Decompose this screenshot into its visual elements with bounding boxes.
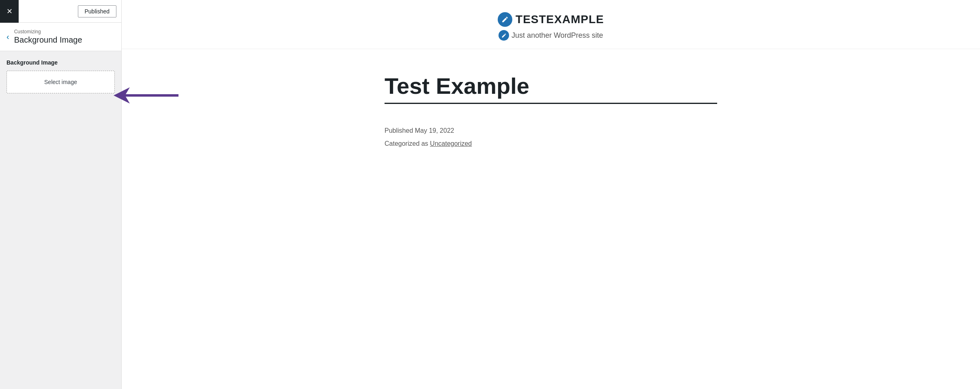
published-button[interactable]: Published xyxy=(78,5,117,17)
post-category-link[interactable]: Uncategorized xyxy=(430,140,472,147)
site-tagline-row: Just another WordPress site xyxy=(499,30,603,41)
categorized-as-label: Categorized as xyxy=(385,140,428,147)
site-tagline: Just another WordPress site xyxy=(511,31,603,40)
arrow-annotation xyxy=(114,85,178,107)
section-header: ‹ Customizing Background Image xyxy=(0,23,121,51)
site-tagline-icon[interactable] xyxy=(499,30,509,41)
main-preview: TESTEXAMPLE Just another WordPress site … xyxy=(122,0,980,389)
preview-site-header: TESTEXAMPLE Just another WordPress site xyxy=(122,0,980,49)
site-name: TESTEXAMPLE xyxy=(516,13,604,26)
site-title-icon[interactable] xyxy=(498,12,512,27)
post-published-date: Published May 19, 2022 xyxy=(385,124,717,137)
select-image-label: Select image xyxy=(44,79,77,85)
section-title-block: Customizing Background Image xyxy=(14,29,82,45)
site-title-row: TESTEXAMPLE xyxy=(498,12,604,27)
section-title: Background Image xyxy=(14,35,82,45)
select-image-box[interactable]: Select image xyxy=(6,71,115,93)
sidebar-topbar: ✕ Published xyxy=(0,0,121,23)
svg-marker-0 xyxy=(114,87,178,104)
post-meta: Published May 19, 2022 Categorized as Un… xyxy=(385,124,717,150)
back-button[interactable]: ‹ xyxy=(3,30,13,43)
post-title: Test Example xyxy=(385,73,717,104)
preview-post: Test Example Published May 19, 2022 Cate… xyxy=(368,49,733,175)
post-category-line: Categorized as Uncategorized xyxy=(385,137,717,150)
customizing-label: Customizing xyxy=(14,29,82,35)
bg-image-label: Background Image xyxy=(6,59,115,66)
close-button[interactable]: ✕ xyxy=(0,0,19,23)
sidebar-content: Background Image Select image xyxy=(0,51,121,389)
customizer-sidebar: ✕ Published ‹ Customizing Background Ima… xyxy=(0,0,122,389)
